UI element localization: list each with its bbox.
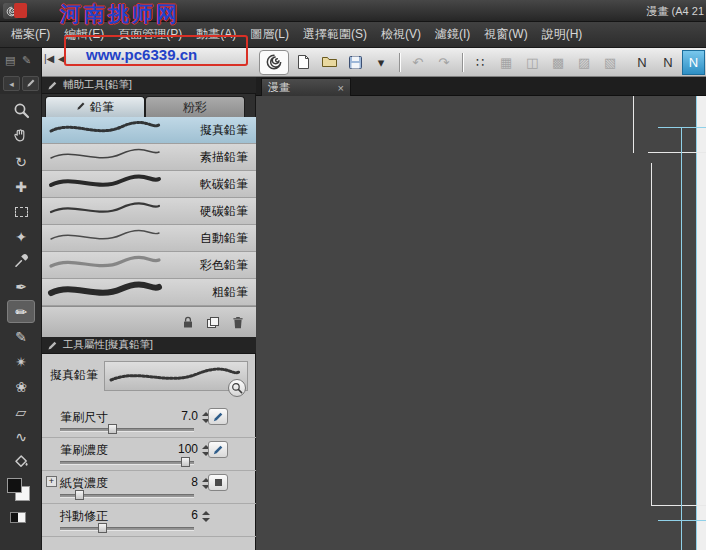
menu-item-animation[interactable]: 動畫(A) <box>189 22 243 47</box>
menu-item-edit[interactable]: 編輯(E) <box>57 22 111 47</box>
decoration-tool-icon: ❀ <box>15 379 27 395</box>
expand-toggle[interactable]: + <box>46 476 57 487</box>
airbrush-tool[interactable]: ✴ <box>7 350 35 373</box>
open-page-button[interactable] <box>317 50 341 74</box>
zoom-tool[interactable] <box>7 100 35 123</box>
layer-mode-button[interactable]: ▧ <box>598 50 622 74</box>
subtool-item[interactable]: 擬真鉛筆 <box>42 117 256 144</box>
foreground-color-swatch[interactable] <box>7 478 22 493</box>
menu-item-filter[interactable]: 濾鏡(I) <box>428 22 477 47</box>
stroke-preview <box>42 251 165 279</box>
collapse-subtool-button[interactable]: ◂ <box>3 76 20 91</box>
eraser-tool[interactable]: ▱ <box>7 400 35 423</box>
fill-tool-icon <box>13 453 30 471</box>
slider-handle[interactable] <box>108 424 117 434</box>
slider-row-2: 筆刷濃度100 <box>42 438 256 471</box>
vector-snap-2-button[interactable]: N <box>656 50 680 74</box>
palette-dock-icon[interactable]: ▤ <box>5 54 15 67</box>
slider-track[interactable] <box>60 428 194 431</box>
snap-to-grid-button[interactable]: ▩ <box>546 50 570 74</box>
rotate-tool[interactable]: ↻ <box>7 150 35 173</box>
slider-track[interactable] <box>60 527 194 530</box>
move-tool[interactable]: ✚ <box>7 175 35 198</box>
airbrush-tool-icon: ✴ <box>15 354 27 370</box>
selection-tool-icon <box>15 207 28 217</box>
pressure-source-button[interactable] <box>208 441 228 458</box>
prev-page-button[interactable]: ◀ <box>58 53 66 64</box>
auto-select-tool[interactable]: ✦ <box>7 225 35 248</box>
pen-tool[interactable]: ✒ <box>7 275 35 298</box>
save-page-button[interactable] <box>343 50 367 74</box>
tool-property-header[interactable]: 工具屬性[擬真鉛筆] <box>42 337 256 354</box>
menu-item-view[interactable]: 檢視(V) <box>374 22 428 47</box>
new-page-button[interactable] <box>291 50 315 74</box>
slider-track[interactable] <box>60 494 194 497</box>
blend-tool[interactable]: ∿ <box>7 425 35 448</box>
hand-tool[interactable] <box>7 125 35 148</box>
safe-area-guide-v <box>681 127 682 550</box>
redo-button[interactable]: ↷ <box>432 50 456 74</box>
bw-color-chip[interactable] <box>10 512 26 523</box>
slider-track[interactable] <box>60 461 194 464</box>
vector-snap-1-button[interactable]: N <box>630 50 654 74</box>
decoration-tool[interactable]: ❀ <box>7 375 35 398</box>
subtool-panel: 鉛筆粉彩 擬真鉛筆素描鉛筆軟碳鉛筆硬碳鉛筆自動鉛筆彩色鉛筆粗鉛筆 <box>42 94 256 337</box>
subtool-tab-1[interactable]: 鉛筆 <box>45 96 145 117</box>
save-options-button[interactable]: ▾ <box>369 50 393 74</box>
object-mode-button[interactable]: ▨ <box>572 50 596 74</box>
crop-mark-top-v <box>633 96 634 153</box>
snap-to-ruler-button-icon: ▦ <box>500 55 512 70</box>
crop-mark-bottom-h <box>651 505 706 506</box>
delete-subtool-button[interactable] <box>229 314 247 330</box>
snap-settings-button[interactable]: ∷ <box>468 50 492 74</box>
command-bar: ▾↶↷∷▦◫▩▨▧NNN <box>0 48 706 77</box>
lock-subtool-button[interactable] <box>179 314 197 330</box>
menu-item-help[interactable]: 說明(H) <box>535 22 590 47</box>
slider-handle[interactable] <box>181 457 190 467</box>
slider-value: 6 <box>191 508 198 522</box>
subtool-item[interactable]: 粗鉛筆 <box>42 279 256 306</box>
clip-studio-logo-button[interactable] <box>259 50 289 75</box>
slider-handle[interactable] <box>75 490 84 500</box>
pencil-dock-icon[interactable]: ✎ <box>22 54 31 67</box>
spinner-icon[interactable] <box>202 511 210 522</box>
subtool-item[interactable]: 自動鉛筆 <box>42 225 256 252</box>
subtool-item[interactable]: 軟碳鉛筆 <box>42 171 256 198</box>
fill-tool[interactable] <box>7 450 35 473</box>
pressure-source-button[interactable] <box>208 408 228 425</box>
tool-column: ↻✚✦✒✏✎✴❀▱∿ <box>0 94 42 550</box>
subtool-item-label: 素描鉛筆 <box>200 149 248 166</box>
copy-subtool-button[interactable] <box>204 314 222 330</box>
vector-snap-active-button[interactable]: N <box>682 50 705 75</box>
canvas-area[interactable] <box>256 96 706 550</box>
stroke-preview <box>42 170 165 198</box>
slider-value: 8 <box>191 475 198 489</box>
undo-button[interactable]: ↶ <box>406 50 430 74</box>
subtool-dock-button[interactable] <box>22 76 39 91</box>
snap-to-special-ruler-button[interactable]: ◫ <box>520 50 544 74</box>
texture-select-button[interactable] <box>208 474 228 491</box>
subtool-tab-2[interactable]: 粉彩 <box>145 96 245 117</box>
menu-item-file[interactable]: 檔案(F) <box>4 22 57 47</box>
first-page-button[interactable]: |◀ <box>44 53 54 64</box>
subtool-item[interactable]: 彩色鉛筆 <box>42 252 256 279</box>
subtool-item[interactable]: 硬碳鉛筆 <box>42 198 256 225</box>
close-icon[interactable]: × <box>338 82 344 94</box>
safe-area-guide-bottom <box>658 520 706 521</box>
selection-tool[interactable] <box>7 200 35 223</box>
menu-item-page-manage[interactable]: 頁面管理(P) <box>111 22 189 47</box>
subtool-tab-label: 鉛筆 <box>90 99 114 116</box>
menu-item-layer[interactable]: 圖層(L) <box>243 22 296 47</box>
subtool-panel-header[interactable]: 輔助工具[鉛筆] <box>42 77 256 94</box>
subtool-item[interactable]: 素描鉛筆 <box>42 144 256 171</box>
tool-property-icon <box>47 340 58 351</box>
document-tab[interactable]: 漫畫 × <box>261 78 351 96</box>
snap-to-ruler-button[interactable]: ▦ <box>494 50 518 74</box>
slider-handle[interactable] <box>98 523 107 533</box>
preview-zoom-button[interactable] <box>228 379 246 397</box>
menu-item-selection[interactable]: 選擇範圍(S) <box>296 22 374 47</box>
pencil-tool[interactable]: ✏ <box>7 300 35 323</box>
brush-tool[interactable]: ✎ <box>7 325 35 348</box>
eyedropper-tool[interactable] <box>7 250 35 273</box>
menu-item-window[interactable]: 視窗(W) <box>477 22 534 47</box>
